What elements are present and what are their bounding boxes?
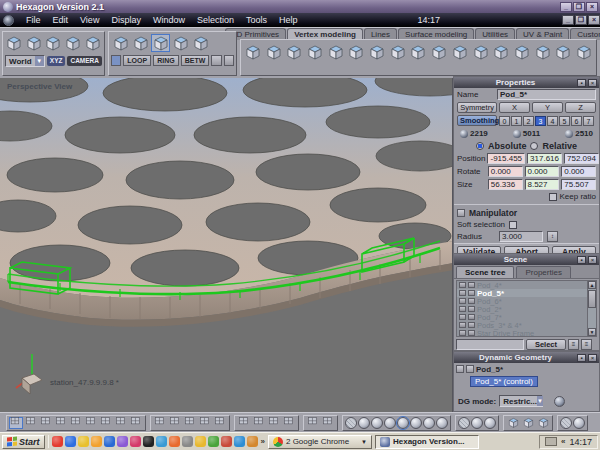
workspace-dropdown[interactable]: World ▼ [5,55,45,67]
cube-tool-icon[interactable] [191,34,210,52]
cube-tool-icon[interactable] [151,34,170,52]
dg-child-item[interactable]: Pod_5* (control) [470,376,538,387]
restore-button[interactable]: ❐ [573,2,585,12]
lock-icon[interactable] [468,314,475,320]
cube-tool-icon[interactable] [326,42,346,62]
sphere-tool-icon[interactable] [560,417,572,429]
scroll-down-icon[interactable]: ▼ [588,328,596,336]
cube-tool-icon[interactable] [5,34,24,52]
visibility-icon[interactable] [459,330,466,336]
quicklaunch-icon[interactable] [221,436,232,447]
visibility-icon[interactable] [459,298,466,304]
visibility-icon[interactable] [459,282,466,288]
smoothing-level-3[interactable]: 3 [535,116,546,126]
size-z-input[interactable]: 75.507 [561,179,596,190]
scroll-up-icon[interactable]: ▲ [588,281,596,289]
loop-button[interactable]: LOOP [123,55,151,66]
smoothing-level-5[interactable]: 5 [559,116,570,126]
doc-minimize-button[interactable]: _ [562,15,574,25]
menu-selection[interactable]: Selection [191,15,240,25]
visibility-icon[interactable] [459,290,466,296]
scroll-thumb[interactable] [588,290,596,308]
doc-maximize-button[interactable]: ❐ [575,15,587,25]
cube-tool-icon[interactable] [533,42,553,62]
cube-tool-icon[interactable] [284,42,304,62]
visibility-icon[interactable] [459,306,466,312]
sphere-tool-icon[interactable] [423,417,435,429]
quicklaunch-icon[interactable] [78,436,89,447]
cube-tool-icon[interactable] [491,42,511,62]
sphere-tool-icon[interactable] [573,417,585,429]
lock-icon[interactable] [468,282,475,288]
quicklaunch-icon[interactable] [65,436,76,447]
cube-tool-icon[interactable] [243,42,263,62]
select-option2-icon[interactable] [224,55,234,66]
cube-tool-icon[interactable] [83,34,102,52]
cube-tool-icon[interactable] [574,42,594,62]
tray-expand-chevron[interactable]: « [561,437,565,446]
scene-option2-button[interactable]: ≡ [581,339,592,350]
doc-close-button[interactable]: × [588,15,600,25]
layout-tool-icon[interactable] [321,417,335,429]
ring-button[interactable]: RING [153,55,179,66]
cube-tool-icon[interactable] [111,34,130,52]
sphere-tool-icon[interactable] [458,417,470,429]
panel-collapse-icon[interactable]: ▪ [577,79,586,87]
layout-tool-icon[interactable] [306,417,320,429]
close-button[interactable]: × [586,2,598,12]
layout-tool-icon[interactable] [183,417,197,429]
symmetry-z-button[interactable]: Z [565,102,596,113]
camera-toggle[interactable]: CAMERA [67,56,102,66]
scene-tree-scrollbar[interactable]: ▲ ▼ [587,281,596,336]
panel-collapse-icon[interactable]: ▪ [577,354,586,362]
panel-close-icon[interactable]: × [588,79,597,87]
sphere-tool-icon[interactable] [397,417,409,429]
sphere-tool-icon[interactable] [436,417,448,429]
smoothing-level-4[interactable]: 4 [547,116,558,126]
start-button[interactable]: Start [2,435,45,449]
radius-stepper[interactable]: ↕ [547,231,558,242]
menu-display[interactable]: Display [105,15,147,25]
menu-help[interactable]: Help [273,15,304,25]
quicklaunch-icon[interactable] [169,436,180,447]
cube-tool-icon[interactable] [25,34,44,52]
pencil-icon[interactable] [456,365,464,373]
layout-tool-icon[interactable] [252,417,266,429]
cube-tool-icon[interactable] [44,34,63,52]
cube-tool-icon[interactable] [506,417,520,429]
quicklaunch-icon[interactable] [117,436,128,447]
symmetry-y-button[interactable]: Y [532,102,563,113]
layout-tool-icon[interactable] [24,417,38,429]
dg-panel-header[interactable]: Dynamic Geometry ▪ × [454,352,599,363]
dg-mode-dropdown[interactable]: Restric... ▼ [499,395,543,407]
select-button[interactable]: Select [526,339,566,350]
scene-tab-scene-tree[interactable]: Scene tree [456,266,514,278]
dg-root-item[interactable]: Pod_5* [454,363,599,375]
minimize-button[interactable]: _ [560,2,572,12]
betw-button[interactable]: BETW [181,55,210,66]
quicklaunch-icon[interactable] [156,436,167,447]
position-y-input[interactable]: 317.616 [527,153,562,164]
smoothing-level-1[interactable]: 1 [511,116,522,126]
lock-icon[interactable] [468,306,475,312]
edge-draw-icon[interactable] [111,55,121,66]
scene-option1-button[interactable]: ≡ [568,339,579,350]
cube-tool-icon[interactable] [521,417,535,429]
quicklaunch-icon[interactable] [143,436,154,447]
quicklaunch-icon[interactable] [130,436,141,447]
sphere-tool-icon[interactable] [345,417,357,429]
visibility-icon[interactable] [459,314,466,320]
panel-collapse-icon[interactable]: ▪ [577,256,586,264]
symmetry-x-button[interactable]: X [499,102,530,113]
sphere-tool-icon[interactable] [371,417,383,429]
quicklaunch-overflow-chevron[interactable]: » [261,437,265,446]
cube-tool-icon[interactable] [388,42,408,62]
cube-tool-icon[interactable] [305,42,325,62]
layout-tool-icon[interactable] [129,417,143,429]
sphere-tool-icon[interactable] [410,417,422,429]
manipulator-icon[interactable] [457,209,465,217]
quicklaunch-icon[interactable] [91,436,102,447]
layout-tool-icon[interactable] [99,417,113,429]
relative-radio[interactable] [530,142,538,150]
radius-input[interactable]: 3.000 [499,231,543,242]
